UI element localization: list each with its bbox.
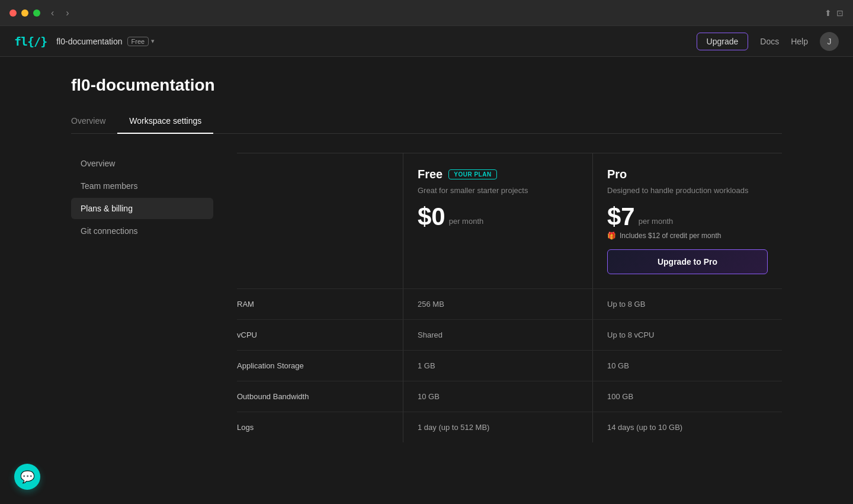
- free-plan-description: Great for smaller starter projects: [418, 186, 578, 195]
- feature-free-logs: 1 day (up to 512 MB): [403, 412, 592, 442]
- sidebar-item-plans-billing[interactable]: Plans & billing: [71, 198, 213, 219]
- back-button[interactable]: ‹: [47, 7, 57, 20]
- content-area: Overview Team members Plans & billing Gi…: [0, 134, 853, 461]
- pro-plan-credit: 🎁 Includes $12 of credit per month: [607, 232, 768, 240]
- feature-label-outbound-bandwidth: Outbound Bandwidth: [237, 381, 403, 412]
- free-price-amount: $0: [418, 204, 445, 229]
- plan-badge: Free: [127, 37, 149, 46]
- pro-plan-name: Pro: [607, 168, 627, 181]
- sidebar-item-team-members[interactable]: Team members: [71, 175, 213, 197]
- page-tabs: Overview Workspace settings: [71, 109, 782, 134]
- help-link[interactable]: Help: [791, 37, 808, 46]
- credit-icon: 🎁: [607, 232, 616, 240]
- chat-bubble[interactable]: 💬: [14, 464, 40, 490]
- main-content: Free YOUR PLAN Great for smaller starter…: [213, 153, 782, 442]
- free-plan-header: Free YOUR PLAN Great for smaller starter…: [403, 153, 592, 288]
- your-plan-badge: YOUR PLAN: [448, 169, 496, 179]
- feature-pro-ram: Up to 8 GB: [592, 288, 782, 319]
- pro-price-period: per month: [639, 217, 674, 226]
- free-plan-name: Free: [418, 168, 442, 181]
- free-plan-name-row: Free YOUR PLAN: [418, 168, 578, 181]
- sidebar-item-git-connections[interactable]: Git connections: [71, 220, 213, 242]
- maximize-button[interactable]: [33, 9, 40, 17]
- plans-grid-empty: [237, 153, 403, 288]
- free-plan-price: $0 per month: [418, 204, 578, 229]
- workspace-name: fl0-documentation: [56, 37, 122, 46]
- upgrade-to-pro-button[interactable]: Upgrade to Pro: [607, 249, 768, 274]
- pro-plan-header: Pro Designed to handle production worklo…: [592, 153, 782, 288]
- upgrade-button[interactable]: Upgrade: [697, 33, 749, 50]
- minimize-button[interactable]: [21, 9, 28, 17]
- feature-pro-outbound-bandwidth: 100 GB: [592, 381, 782, 412]
- nav-arrows: ‹ ›: [47, 7, 73, 20]
- share-button[interactable]: ⬆: [825, 8, 832, 18]
- free-price-period: per month: [449, 217, 484, 226]
- titlebar-right: ⬆ ⊡: [825, 8, 844, 18]
- navbar: fl{/} fl0-documentation Free ▾ Upgrade D…: [0, 26, 853, 57]
- tab-workspace-settings[interactable]: Workspace settings: [117, 109, 213, 134]
- page-header: fl0-documentation Overview Workspace set…: [0, 57, 853, 134]
- feature-free-ram: 256 MB: [403, 288, 592, 319]
- sidebar: Overview Team members Plans & billing Gi…: [71, 153, 213, 442]
- feature-table: RAM256 MBUp to 8 GBvCPUSharedUp to 8 vCP…: [237, 288, 782, 442]
- feature-label-ram: RAM: [237, 288, 403, 319]
- pro-price-amount: $7: [607, 204, 635, 229]
- credit-text: Includes $12 of credit per month: [620, 232, 721, 240]
- plans-grid: Free YOUR PLAN Great for smaller starter…: [237, 153, 782, 288]
- docs-link[interactable]: Docs: [760, 37, 779, 46]
- window-controls: [9, 9, 40, 17]
- feature-pro-application-storage: 10 GB: [592, 350, 782, 381]
- pro-plan-price: $7 per month: [607, 204, 768, 229]
- pro-plan-name-row: Pro: [607, 168, 768, 181]
- tab-overview[interactable]: Overview: [71, 109, 117, 134]
- workspace-dropdown[interactable]: ▾: [151, 37, 155, 45]
- feature-free-application-storage: 1 GB: [403, 350, 592, 381]
- feature-free-outbound-bandwidth: 10 GB: [403, 381, 592, 412]
- fullscreen-button[interactable]: ⊡: [836, 8, 844, 18]
- pro-plan-description: Designed to handle production workloads: [607, 186, 768, 195]
- feature-label-application-storage: Application Storage: [237, 350, 403, 381]
- forward-button[interactable]: ›: [62, 7, 72, 20]
- feature-pro-logs: 14 days (up to 10 GB): [592, 412, 782, 442]
- feature-label-vcpu: vCPU: [237, 319, 403, 350]
- sidebar-item-overview[interactable]: Overview: [71, 153, 213, 174]
- logo: fl{/}: [14, 34, 47, 49]
- page-title: fl0-documentation: [71, 76, 782, 95]
- feature-free-vcpu: Shared: [403, 319, 592, 350]
- avatar[interactable]: J: [820, 32, 839, 51]
- feature-pro-vcpu: Up to 8 vCPU: [592, 319, 782, 350]
- feature-label-logs: Logs: [237, 412, 403, 442]
- navbar-right: Upgrade Docs Help J: [697, 32, 839, 51]
- chat-icon: 💬: [20, 470, 35, 484]
- titlebar: ‹ › ⬆ ⊡: [0, 0, 853, 26]
- close-button[interactable]: [9, 9, 17, 17]
